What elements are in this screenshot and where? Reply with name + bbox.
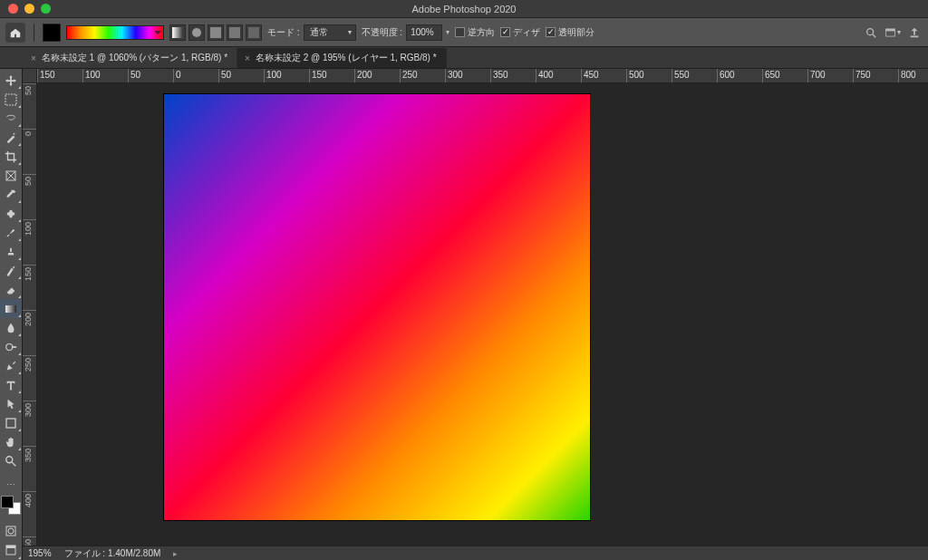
- search-icon[interactable]: [863, 24, 879, 41]
- screen-mode-icon[interactable]: [0, 541, 22, 560]
- history-brush-tool[interactable]: [0, 261, 22, 280]
- zoom-tool[interactable]: [0, 451, 22, 470]
- opacity-label: 不透明度 :: [362, 26, 403, 39]
- svg-point-1: [192, 28, 201, 37]
- share-icon[interactable]: [906, 24, 923, 41]
- svg-rect-20: [6, 419, 15, 428]
- options-right: ▾: [863, 24, 923, 41]
- path-selection-tool[interactable]: [0, 394, 22, 413]
- blur-tool[interactable]: [0, 318, 22, 337]
- gradient-radial-button[interactable]: [188, 24, 205, 41]
- gradient-preset-picker[interactable]: [66, 25, 164, 40]
- svg-line-22: [12, 462, 15, 466]
- svg-rect-19: [12, 346, 16, 348]
- crop-tool[interactable]: [0, 147, 22, 166]
- svg-rect-16: [9, 209, 13, 217]
- lasso-tool[interactable]: [0, 109, 22, 128]
- tool-palette: ⋯: [0, 69, 23, 560]
- reverse-checkbox[interactable]: 逆方向: [455, 26, 495, 39]
- svg-rect-9: [911, 35, 919, 37]
- blend-mode-select[interactable]: 通常: [304, 24, 356, 41]
- separator: [34, 24, 34, 42]
- svg-rect-4: [248, 27, 259, 38]
- home-button[interactable]: [5, 23, 25, 43]
- app-title: Adobe Photoshop 2020: [0, 4, 928, 14]
- gradient-linear-button[interactable]: [169, 24, 186, 41]
- foreground-color-swatch[interactable]: [43, 24, 61, 42]
- clone-stamp-tool[interactable]: [0, 242, 22, 261]
- svg-rect-3: [229, 27, 240, 38]
- document-tab-label: 名称未設定 1 @ 1060% (パターン 1, RGB/8) *: [42, 52, 227, 64]
- svg-point-5: [867, 28, 874, 34]
- svg-point-11: [14, 132, 15, 134]
- brush-tool[interactable]: [0, 223, 22, 242]
- svg-rect-26: [6, 546, 15, 548]
- hand-tool[interactable]: [0, 432, 22, 451]
- mode-label: モード :: [267, 26, 300, 39]
- svg-rect-10: [5, 94, 16, 105]
- ruler-origin[interactable]: [23, 69, 37, 83]
- gradient-reflected-button[interactable]: [227, 24, 243, 41]
- document-tabs: × 名称未設定 1 @ 1060% (パターン 1, RGB/8) * × 名称…: [0, 47, 928, 69]
- ruler-horizontal[interactable]: 1501005005010015020025030035040045050055…: [37, 69, 928, 83]
- dither-checkbox[interactable]: ディザ: [500, 26, 540, 39]
- doc-info[interactable]: ファイル : 1.40M/2.80M: [64, 547, 161, 560]
- ruler-vertical[interactable]: 5005010015020025030035040045050055060065…: [23, 83, 37, 546]
- artboard[interactable]: [164, 94, 590, 520]
- gradient-angle-button[interactable]: [208, 24, 224, 41]
- chevron-down-icon[interactable]: ▾: [446, 28, 450, 36]
- svg-rect-8: [886, 28, 895, 30]
- svg-point-24: [8, 528, 14, 534]
- workspace-switcher-icon[interactable]: ▾: [884, 24, 901, 41]
- svg-rect-0: [172, 27, 183, 38]
- marquee-tool[interactable]: [0, 90, 22, 109]
- pen-tool[interactable]: [0, 356, 22, 375]
- gradient-diamond-button[interactable]: [246, 24, 262, 41]
- document-tab[interactable]: × 名称未設定 1 @ 1060% (パターン 1, RGB/8) *: [24, 48, 237, 68]
- status-bar: 195% ファイル : 1.40M/2.80M ▸: [23, 546, 928, 560]
- canvas-area[interactable]: [37, 83, 928, 546]
- blend-mode-field: モード : 通常: [267, 24, 356, 41]
- color-swatches[interactable]: [1, 496, 21, 515]
- shape-tool[interactable]: [0, 413, 22, 432]
- chevron-right-icon[interactable]: ▸: [173, 549, 178, 558]
- close-window-icon[interactable]: [8, 4, 18, 14]
- svg-rect-2: [210, 27, 221, 38]
- svg-line-6: [873, 34, 876, 37]
- gradient-tool[interactable]: [0, 299, 22, 318]
- close-tab-icon[interactable]: ×: [245, 53, 250, 63]
- quick-mask-icon[interactable]: [0, 522, 22, 541]
- document-tab[interactable]: × 名称未設定 2 @ 195% (レイヤー 1, RGB/8) *: [237, 48, 446, 68]
- edit-toolbar-icon[interactable]: ⋯: [0, 475, 22, 494]
- opacity-field: 不透明度 : 100% ▾: [362, 24, 450, 41]
- healing-brush-tool[interactable]: [0, 204, 22, 223]
- eraser-tool[interactable]: [0, 280, 22, 299]
- svg-point-21: [6, 457, 13, 463]
- gradient-type-buttons: [169, 24, 262, 41]
- zoom-window-icon[interactable]: [41, 4, 51, 14]
- document-tab-label: 名称未設定 2 @ 195% (レイヤー 1, RGB/8) *: [256, 52, 437, 64]
- options-bar: モード : 通常 不透明度 : 100% ▾ 逆方向 ディザ 透明部分 ▾: [0, 18, 928, 47]
- magic-wand-tool[interactable]: [0, 128, 22, 147]
- opacity-input[interactable]: 100%: [406, 24, 442, 41]
- zoom-level[interactable]: 195%: [28, 548, 52, 558]
- dodge-tool[interactable]: [0, 337, 22, 356]
- transparency-checkbox[interactable]: 透明部分: [546, 26, 594, 39]
- move-tool[interactable]: [0, 71, 22, 90]
- workspace: 1501005005010015020025030035040045050055…: [23, 69, 928, 560]
- svg-point-18: [6, 343, 13, 350]
- titlebar: Adobe Photoshop 2020: [0, 0, 928, 18]
- frame-tool[interactable]: [0, 166, 22, 185]
- window-controls: [0, 4, 51, 14]
- eyedropper-tool[interactable]: [0, 185, 22, 204]
- type-tool[interactable]: [0, 375, 22, 394]
- minimize-window-icon[interactable]: [24, 4, 34, 14]
- close-tab-icon[interactable]: ×: [31, 53, 36, 63]
- svg-rect-17: [5, 305, 16, 313]
- foreground-color-swatch[interactable]: [1, 496, 14, 508]
